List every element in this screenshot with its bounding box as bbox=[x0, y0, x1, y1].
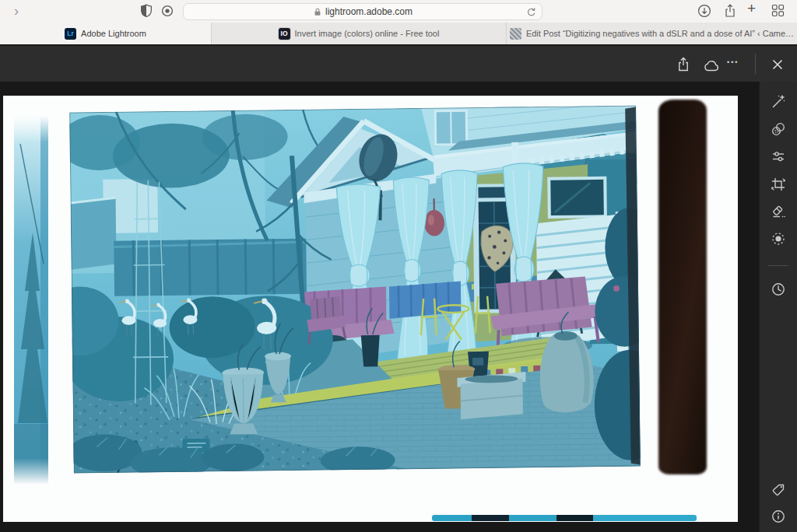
forward-button[interactable]: › bbox=[14, 1, 19, 21]
edit-sliders-button[interactable] bbox=[771, 149, 786, 167]
lens-blur-icon bbox=[771, 121, 786, 137]
browser-toolbar: › lightroom.adobe.com bbox=[0, 0, 797, 23]
magic-wand-icon bbox=[771, 94, 786, 110]
healing-button[interactable] bbox=[771, 204, 786, 222]
film-strip-dark-band bbox=[658, 100, 707, 474]
version-history-button[interactable] bbox=[771, 282, 786, 300]
reload-button[interactable] bbox=[525, 6, 536, 17]
next-negative-edge bbox=[432, 515, 697, 521]
editor-canvas bbox=[0, 82, 797, 532]
share-button[interactable] bbox=[723, 3, 737, 19]
sidebar-divider bbox=[768, 265, 788, 266]
lr-share-button[interactable] bbox=[676, 56, 691, 76]
new-tab-button[interactable]: + bbox=[747, 0, 756, 17]
crop-icon bbox=[771, 177, 786, 192]
info-icon bbox=[771, 509, 786, 524]
cloud-sync-icon[interactable] bbox=[703, 59, 720, 75]
negative-sliver-left bbox=[14, 116, 48, 485]
url-text: lightroom.adobe.com bbox=[325, 6, 413, 17]
address-bar[interactable]: lightroom.adobe.com bbox=[183, 3, 542, 20]
downloads-button[interactable] bbox=[697, 4, 711, 18]
history-clock-icon bbox=[771, 282, 786, 297]
blog-favicon bbox=[510, 28, 521, 40]
tab-invert-image[interactable]: IO Invert image (colors) online - Free t… bbox=[212, 23, 507, 44]
tab-bar: Lr Adobe Lightroom IO Invert image (colo… bbox=[0, 23, 797, 44]
crop-rotate-button[interactable] bbox=[771, 177, 786, 195]
keywords-button[interactable] bbox=[771, 482, 786, 501]
more-options-button[interactable]: ••• bbox=[727, 58, 739, 66]
tab-label: Invert image (colors) online - Free tool bbox=[295, 29, 440, 38]
lightroom-favicon: Lr bbox=[65, 28, 76, 40]
record-target-icon[interactable] bbox=[161, 5, 174, 17]
masking-button[interactable] bbox=[771, 231, 786, 250]
info-button[interactable] bbox=[771, 509, 786, 527]
negative-main-frame bbox=[69, 106, 641, 474]
lens-blur-button[interactable] bbox=[771, 121, 786, 140]
shield-icon bbox=[140, 4, 153, 18]
tab-overview-button[interactable] bbox=[771, 4, 785, 17]
photo-scan[interactable] bbox=[3, 96, 738, 522]
cyan-cast-overlay bbox=[69, 106, 641, 474]
edit-tools-sidebar bbox=[759, 82, 797, 532]
auto-enhance-button[interactable] bbox=[771, 94, 786, 113]
privacy-shield-icon[interactable] bbox=[140, 4, 153, 18]
masking-icon bbox=[771, 231, 786, 247]
sliders-icon bbox=[771, 149, 786, 164]
tab-edit-post[interactable]: Edit Post “Digitizing negatives with a d… bbox=[507, 23, 797, 44]
header-divider bbox=[755, 54, 756, 74]
tab-label: Edit Post “Digitizing negatives with a d… bbox=[526, 29, 794, 38]
close-button[interactable] bbox=[771, 58, 785, 75]
invert-tool-favicon: IO bbox=[279, 28, 290, 40]
tab-label: Adobe Lightroom bbox=[81, 29, 146, 38]
tab-adobe-lightroom[interactable]: Lr Adobe Lightroom bbox=[0, 23, 212, 44]
eraser-heal-icon bbox=[771, 204, 786, 219]
lightroom-header: ••• bbox=[0, 44, 797, 82]
tag-icon bbox=[771, 482, 786, 498]
lock-icon bbox=[313, 6, 322, 17]
